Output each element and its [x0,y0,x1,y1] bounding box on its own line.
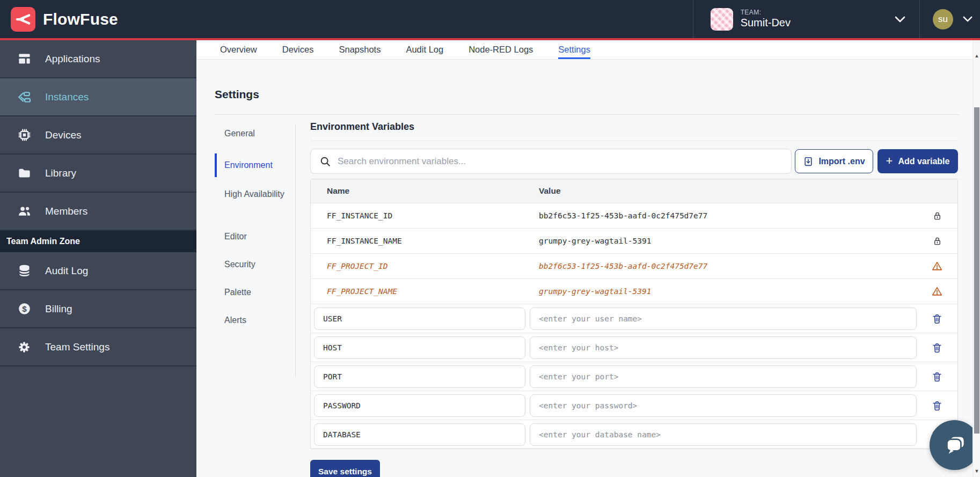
save-settings-button[interactable]: Save settings [310,460,380,477]
brand-name: FlowFuse [43,10,118,28]
subnav-item-environment[interactable]: Environment [215,153,296,177]
lock-icon [917,236,957,247]
env-var-value: grumpy-grey-wagtail-5391 [539,287,917,296]
env-var-name-input[interactable] [314,394,525,417]
env-var-value-input[interactable] [530,365,917,388]
subnav-item-alerts[interactable]: Alerts [215,312,296,328]
env-heading-divider [310,141,958,141]
scroll-down-arrow[interactable]: ▼ [973,467,980,475]
subnav-item-high-availability[interactable]: High Availability [215,187,296,218]
team-selector[interactable]: TEAM: Sumit-Dev [693,0,919,38]
sidebar-item-members[interactable]: Members [0,193,196,231]
sidebar-item-library[interactable]: Library [0,155,196,193]
trash-icon [931,371,943,383]
env-var-name-input[interactable] [314,365,525,388]
subnav-item-security[interactable]: Security [215,256,296,273]
sidebar-item-audit-log[interactable]: Audit Log [0,252,196,290]
table-row-editable [311,420,957,449]
team-text: TEAM: Sumit-Dev [741,9,791,29]
sidebar-item-team-settings[interactable]: Team Settings [0,328,196,366]
sidebar-item-label: Library [45,167,76,179]
sidebar-item-instances[interactable]: Instances [0,78,196,116]
flowfuse-app: FlowFuse TEAM: Sumit-Dev su Applications [0,0,980,477]
search-icon [319,156,331,167]
add-variable-button[interactable]: + Add variable [877,149,958,173]
sidebar-item-label: Instances [45,91,89,103]
sidebar: Applications Instances Devices [0,40,196,477]
scroll-up-arrow[interactable]: ▲ [973,52,980,60]
sidebar-item-label: Devices [45,129,82,141]
env-var-name-input[interactable] [314,336,525,359]
subnav-item-general[interactable]: General [215,126,296,142]
env-var-name-input[interactable] [314,423,525,446]
trash-icon [931,342,943,354]
vertical-scrollbar[interactable]: ▲ ▼ [972,40,980,477]
instance-tabbar: Overview Devices Snapshots Audit Log Nod… [196,40,980,60]
instances-icon [16,89,32,105]
tab-snapshots[interactable]: Snapshots [339,40,381,59]
subnav-item-palette[interactable]: Palette [215,284,296,300]
tab-settings[interactable]: Settings [558,40,590,59]
import-env-button[interactable]: Import .env [795,149,873,173]
warning-icon [917,260,957,272]
env-var-name: FF_PROJECT_ID [311,262,539,270]
import-env-label: Import .env [818,157,865,166]
team-avatar [711,8,733,31]
chat-icon [941,432,968,459]
env-var-name: FF_PROJECT_NAME [311,287,539,296]
sidebar-item-label: Applications [45,53,100,65]
column-header-value: Value [539,186,957,196]
trash-icon [931,400,943,412]
table-row-deprecated: FF_PROJECT_ID bb2f6c53-1f25-453b-aafd-0c… [311,253,957,278]
flowfuse-logo-icon [11,7,35,32]
sidebar-item-devices[interactable]: Devices [0,116,196,155]
table-row-editable [311,391,957,420]
warning-icon [917,285,957,297]
library-icon [16,165,32,181]
env-var-value-input[interactable] [530,336,917,359]
table-row-editable [311,304,957,333]
document-download-icon [803,156,814,167]
user-menu[interactable]: su [919,0,980,38]
subnav-divider [295,124,296,377]
table-row: FF_INSTANCE_NAME grumpy-grey-wagtail-539… [311,228,957,253]
svg-text:$: $ [22,304,27,313]
sidebar-item-billing[interactable]: $ Billing [0,290,196,328]
tab-overview[interactable]: Overview [220,40,257,59]
env-variables-heading: Environment Variables [310,121,414,133]
env-search [310,149,792,174]
members-icon [16,203,32,219]
audit-log-icon [16,263,32,279]
title-divider [215,114,960,115]
team-settings-icon [16,339,32,355]
scrollbar-thumb[interactable] [974,107,979,434]
avatar: su [933,9,953,30]
flowfuse-logo[interactable]: FlowFuse [0,7,118,32]
env-var-name-input[interactable] [314,307,525,330]
env-var-name: FF_INSTANCE_NAME [311,237,539,245]
table-row: FF_INSTANCE_ID bb2f6c53-1f25-453b-aafd-0… [311,203,957,228]
delete-variable-button[interactable] [917,371,957,383]
settings-subnav: General Environment High Availability Ed… [215,126,296,340]
delete-variable-button[interactable] [917,313,957,325]
team-name: Sumit-Dev [741,17,791,29]
sidebar-section-team-admin-zone: Team Admin Zone [0,231,196,252]
add-variable-label: Add variable [898,157,949,166]
chevron-down-icon [895,16,905,23]
delete-variable-button[interactable] [917,342,957,354]
team-label: TEAM: [741,9,791,17]
tab-audit-log[interactable]: Audit Log [406,40,443,59]
subnav-item-editor[interactable]: Editor [215,229,296,245]
table-header-row: Name Value [311,179,957,203]
tab-devices[interactable]: Devices [282,40,314,59]
tab-node-red-logs[interactable]: Node-RED Logs [469,40,533,59]
devices-icon [16,127,32,143]
env-var-value: grumpy-grey-wagtail-5391 [539,237,917,245]
plus-icon: + [886,155,893,167]
env-var-value-input[interactable] [530,423,917,446]
env-var-value-input[interactable] [530,394,917,417]
search-input[interactable] [338,156,791,167]
env-var-value-input[interactable] [530,307,917,330]
sidebar-item-applications[interactable]: Applications [0,40,196,78]
delete-variable-button[interactable] [917,400,957,412]
